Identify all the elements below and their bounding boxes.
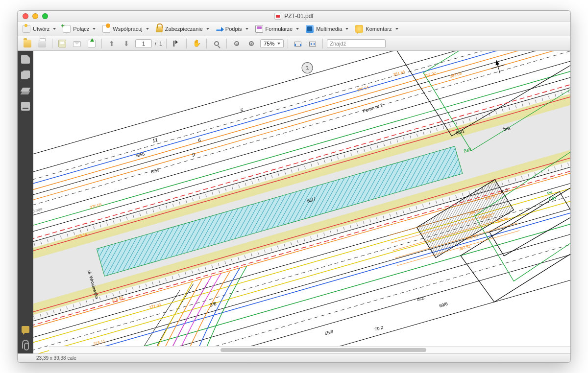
zoom-out-button[interactable] [231, 38, 243, 49]
upload-icon [88, 40, 96, 47]
separator [186, 39, 187, 48]
fit-page-icon [309, 42, 316, 47]
toolbar: ⬆ ⬇ / 1 ✋ [18, 36, 570, 51]
document-viewport[interactable]: 2 ul. Wrocławska 65/9 6/58 6/59 [33, 51, 570, 353]
search-input[interactable] [330, 41, 383, 47]
zoom-out-icon [234, 41, 239, 46]
fit-width-icon [294, 42, 301, 47]
svg-text:69/6: 69/6 [439, 302, 448, 308]
sidebar-signatures[interactable] [21, 102, 30, 111]
svg-text:6/58: 6/58 [136, 151, 146, 158]
menu-forms[interactable]: Formularze [255, 25, 299, 33]
separator [166, 39, 167, 48]
separator [52, 39, 52, 48]
lock-icon [156, 26, 163, 32]
zoom-icon [214, 41, 219, 46]
site-plan-drawing: 2 ul. Wrocławska 65/9 6/58 6/59 [33, 51, 570, 353]
create-icon [23, 25, 30, 33]
svg-text:6/59: 6/59 [150, 167, 160, 174]
hand-icon: ✋ [193, 40, 200, 47]
svg-text:70/2: 70/2 [374, 325, 384, 332]
arrow-down-icon: ⬇ [122, 40, 130, 47]
multimedia-icon [306, 25, 314, 33]
menu-combine[interactable]: Połącz [63, 25, 96, 33]
zoom-in-icon [249, 41, 254, 46]
svg-text:PsV: PsV [548, 195, 558, 202]
prev-page-button[interactable]: ⬆ [106, 38, 118, 49]
fit-page-button[interactable] [307, 38, 318, 49]
menu-create[interactable]: Utwórz [23, 25, 56, 33]
menu-combine-label: Połącz [73, 26, 89, 32]
menu-sign[interactable]: Podpis [216, 26, 248, 32]
select-tool-button[interactable] [171, 38, 182, 49]
menu-sign-label: Podpis [225, 26, 242, 32]
fit-width-button[interactable] [292, 38, 304, 49]
page-separator: / [155, 41, 156, 47]
collaborate-icon [102, 25, 110, 33]
folder-open-icon [24, 40, 31, 47]
menubar: Utwórz Połącz Współpracuj Zabezpieczanie… [18, 22, 570, 36]
chevron-down-icon [206, 28, 209, 30]
sidebar-layers[interactable] [21, 86, 30, 95]
separator [322, 39, 323, 48]
separator [206, 39, 207, 48]
window-title: PZT-01.pdf [284, 13, 313, 20]
page-number-input[interactable] [135, 39, 152, 48]
menu-create-label: Utwórz [33, 26, 49, 32]
email-icon [73, 41, 81, 47]
hand-tool-button[interactable]: ✋ [191, 38, 202, 49]
menu-multimedia[interactable]: Multimedia [306, 25, 348, 33]
zoom-window-button[interactable] [42, 13, 48, 19]
sidebar-attachments[interactable] [22, 340, 29, 349]
minimize-window-button[interactable] [32, 13, 38, 19]
pen-icon [216, 29, 223, 31]
email-button[interactable] [71, 38, 83, 49]
zoom-select[interactable] [260, 39, 284, 48]
svg-text:376.59: 376.59 [89, 202, 102, 210]
print-icon [38, 40, 46, 47]
page-dimensions: 23,39 x 39,38 cale [36, 355, 76, 361]
svg-text:55/9: 55/9 [324, 329, 334, 336]
close-window-button[interactable] [23, 13, 28, 19]
zoom-value-input[interactable] [261, 41, 277, 47]
arrow-up-icon: ⬆ [108, 40, 116, 47]
svg-text:m.3: m.3 [500, 187, 509, 194]
menu-secure[interactable]: Zabezpieczanie [156, 25, 209, 32]
save-button[interactable] [56, 38, 68, 49]
chevron-down-icon [146, 28, 149, 30]
chevron-down-icon [277, 43, 280, 45]
chevron-down-icon [395, 28, 398, 30]
svg-text:382.92: 382.92 [424, 71, 437, 79]
print-button[interactable] [36, 38, 48, 49]
svg-text:dr.z.: dr.z. [416, 295, 426, 302]
upload-button[interactable] [86, 38, 98, 49]
search-field[interactable] [327, 39, 386, 48]
pdf-page: 2 ul. Wrocławska 65/9 6/58 6/59 [33, 51, 570, 353]
svg-text:11: 11 [151, 137, 158, 144]
scrollbar-thumb[interactable] [220, 348, 426, 352]
chevron-down-icon [53, 28, 56, 30]
zoom-in-button[interactable] [245, 38, 257, 49]
chevron-down-icon [245, 28, 248, 30]
sidebar-bookmarks[interactable] [21, 70, 30, 79]
svg-text:378.11: 378.11 [93, 339, 106, 347]
horizontal-scrollbar[interactable] [49, 346, 570, 353]
sidebar-page-thumbnails[interactable] [21, 55, 30, 64]
menu-comment[interactable]: Komentarz [355, 25, 398, 33]
svg-text:Peron nr 2: Peron nr 2 [362, 102, 383, 114]
forms-icon [255, 25, 263, 33]
body: 2 ul. Wrocławska 65/9 6/58 6/59 [18, 51, 570, 353]
chevron-down-icon [296, 28, 299, 30]
separator [226, 39, 227, 48]
combine-icon [63, 25, 71, 33]
status-bar: 23,39 x 39,38 cale [18, 353, 570, 362]
marquee-zoom-button[interactable] [211, 38, 222, 49]
menu-forms-label: Formularze [266, 26, 293, 32]
sidebar-comments[interactable] [22, 326, 29, 333]
menu-collaborate[interactable]: Współpracuj [102, 25, 149, 33]
next-page-button[interactable]: ⬇ [121, 38, 132, 49]
menu-collaborate-label: Współpracuj [113, 26, 143, 32]
open-button[interactable] [22, 38, 33, 49]
svg-text:381.95: 381.95 [393, 70, 406, 77]
menu-comment-label: Komentarz [366, 26, 392, 32]
